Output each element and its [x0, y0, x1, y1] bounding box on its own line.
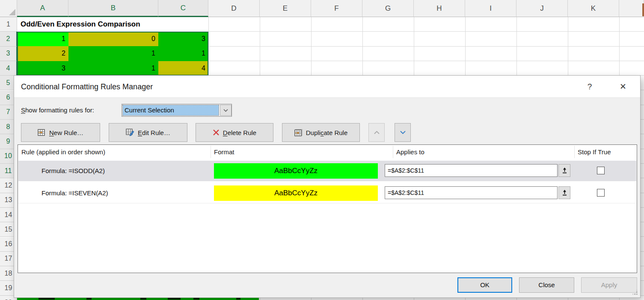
chevron-up-icon — [374, 131, 380, 134]
collapse-dialog-button[interactable] — [558, 164, 570, 177]
rule-row-iseven[interactable]: Formula: =ISEVEN(A2) AaBbCcYyZz — [18, 183, 636, 203]
screen-edge-artifact — [642, 3, 644, 16]
move-rule-up-button[interactable] — [368, 123, 385, 142]
close-button[interactable]: Close — [519, 277, 574, 293]
show-rules-for-dropdown[interactable]: Current Selection — [122, 104, 232, 117]
column-header-A[interactable]: A — [17, 0, 68, 17]
duplicate-rule-button[interactable]: Duplicate Rule — [282, 123, 360, 142]
cell-B2[interactable]: 0 — [68, 32, 158, 46]
applies-to-group — [385, 186, 570, 199]
resize-grip[interactable] — [632, 289, 638, 295]
column-header-partial[interactable] — [619, 0, 644, 17]
rule-row-isodd[interactable]: Formula: =ISODD(A2) AaBbCcYyZz — [18, 161, 636, 181]
delete-rule-label: Delete Rule — [223, 129, 256, 136]
applies-to-input[interactable] — [385, 186, 558, 199]
cell-A3[interactable]: 2 — [17, 46, 68, 61]
list-header-stop-if-true: Stop If True — [578, 145, 611, 159]
dropdown-button[interactable] — [220, 105, 231, 116]
collapse-dialog-icon — [562, 168, 567, 174]
conditional-formatting-rules-manager-dialog: Conditional Formatting Rules Manager ? ✕… — [14, 75, 641, 298]
new-rule-button[interactable]: New Rule… — [21, 123, 100, 142]
sheet-title-cell[interactable]: Odd/Even Expression Comparison — [17, 17, 208, 32]
cell-B4[interactable]: 1 — [68, 61, 158, 76]
rules-list: Rule (applied in order shown) Format App… — [18, 144, 637, 273]
applies-to-group — [385, 164, 570, 177]
clipped-text-mark — [140, 298, 146, 300]
cell-A2[interactable]: 1 — [17, 32, 68, 46]
list-header-rule: Rule (applied in order shown) — [21, 145, 105, 159]
help-icon[interactable]: ? — [580, 76, 599, 98]
cell-C4[interactable]: 4 — [158, 61, 208, 76]
edit-rule-label: Edit Rule… — [138, 129, 170, 136]
header-separator — [211, 146, 211, 158]
row-header-3[interactable]: 3 — [0, 47, 17, 61]
row-header-4[interactable]: 4 — [0, 61, 17, 76]
delete-rule-x-icon — [213, 129, 220, 136]
column-header-B[interactable]: B — [68, 0, 158, 17]
column-header-J[interactable]: J — [516, 0, 568, 17]
chevron-down-icon — [400, 131, 406, 134]
format-preview: AaBbCcYyZz — [214, 185, 378, 201]
apply-button[interactable]: Apply — [581, 277, 637, 293]
close-icon[interactable]: ✕ — [613, 76, 633, 98]
cell-A4[interactable]: 3 — [17, 61, 68, 76]
select-all-corner[interactable] — [0, 0, 17, 17]
column-header-E[interactable]: E — [260, 0, 311, 17]
format-preview: AaBbCcYyZz — [214, 163, 378, 179]
collapse-dialog-icon — [562, 190, 567, 196]
show-formatting-rules-label: Show formatting rules for: — [21, 104, 94, 117]
stop-if-true-checkbox[interactable] — [597, 167, 605, 174]
edit-rule-pencil-icon — [126, 129, 134, 136]
new-rule-label: New Rule… — [49, 129, 83, 136]
applies-to-input[interactable] — [385, 164, 558, 177]
column-header-H[interactable]: H — [414, 0, 465, 17]
column-header-C[interactable]: C — [158, 0, 208, 17]
clipped-text-mark — [86, 298, 92, 300]
row-header-2[interactable]: 2 — [0, 32, 17, 46]
duplicate-rule-grid-icon — [294, 129, 303, 136]
new-rule-grid-icon — [38, 129, 46, 136]
delete-rule-button[interactable]: Delete Rule — [196, 123, 273, 142]
clipped-text-mark — [236, 298, 240, 300]
header-separator — [574, 146, 575, 158]
clipped-text-mark — [39, 298, 55, 300]
dropdown-selected-value: Current Selection — [123, 105, 219, 115]
dialog-title: Conditional Formatting Rules Manager — [21, 76, 153, 98]
cell-B3[interactable]: 1 — [68, 46, 158, 61]
collapse-dialog-button[interactable] — [558, 186, 570, 199]
clipped-text-mark — [168, 298, 181, 300]
column-header-G[interactable]: G — [362, 0, 414, 17]
header-separator — [393, 146, 393, 158]
row-header-1[interactable]: 1 — [0, 17, 17, 32]
column-header-K[interactable]: K — [568, 0, 619, 17]
stop-if-true-checkbox[interactable] — [597, 189, 605, 197]
cell-C3[interactable]: 1 — [158, 46, 208, 61]
clipped-text-mark — [193, 298, 199, 300]
list-header-applies-to: Applies to — [396, 145, 424, 159]
column-header-F[interactable]: F — [311, 0, 362, 17]
ok-button[interactable]: OK — [457, 277, 512, 293]
column-header-I[interactable]: I — [465, 0, 516, 17]
list-header-format: Format — [214, 145, 234, 159]
select-all-triangle-icon — [9, 9, 15, 15]
move-rule-down-button[interactable] — [395, 123, 411, 142]
chevron-down-icon — [223, 109, 228, 112]
duplicate-rule-label: Duplicate Rule — [306, 129, 348, 136]
edit-rule-button[interactable]: Edit Rule… — [109, 123, 187, 142]
cell-C2[interactable]: 3 — [158, 32, 208, 46]
column-header-D[interactable]: D — [208, 0, 260, 17]
